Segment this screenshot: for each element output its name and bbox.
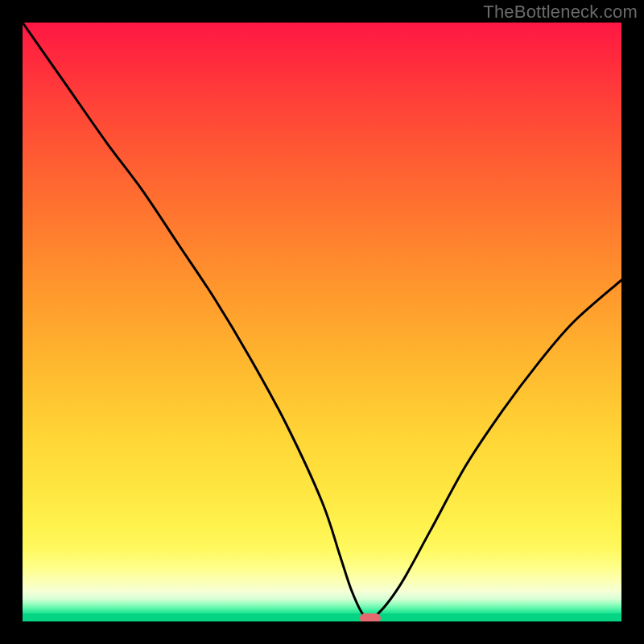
optimum-marker xyxy=(360,613,381,621)
plot-area xyxy=(23,23,621,621)
bottleneck-curve xyxy=(23,23,621,621)
chart-frame: TheBottleneck.com xyxy=(0,0,644,644)
watermark-text: TheBottleneck.com xyxy=(483,2,638,23)
